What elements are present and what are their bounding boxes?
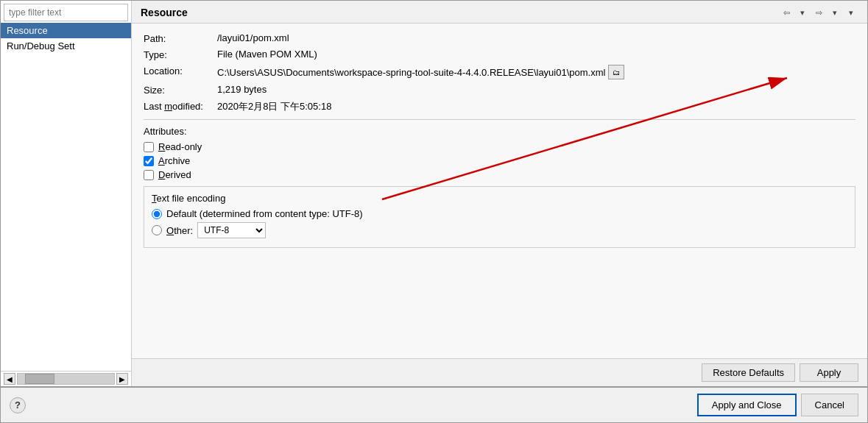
help-button[interactable]: ? [10, 397, 26, 413]
last-modified-value: 2020年2月8日 下午5:05:18 [217, 100, 855, 113]
default-encoding-radio[interactable] [152, 209, 162, 219]
path-label: Path: [144, 32, 217, 44]
sidebar-items: Resource Run/Debug Sett [1, 23, 131, 371]
derived-checkbox[interactable] [144, 170, 154, 180]
readonly-row: Read-only [144, 141, 855, 152]
location-browse-btn[interactable]: 🗂 [608, 65, 624, 79]
main-header: Resource ⇦ ▾ ⇨ ▾ ▾ [132, 1, 867, 24]
main-panel: Resource ⇦ ▾ ⇨ ▾ ▾ Path: /layui01/pom.xm… [132, 1, 867, 386]
sidebar-item-run-debug[interactable]: Run/Debug Sett [1, 38, 131, 54]
bottom-bar: Restore Defaults Apply [132, 358, 867, 386]
type-row: Type: File (Maven POM XML) [144, 49, 855, 60]
attributes-title: Attributes: [144, 126, 855, 137]
nav-menu-btn[interactable]: ▾ [844, 5, 858, 20]
dialog-bottom: ? Apply and Close Cancel [1, 386, 867, 422]
location-label: Location: [144, 65, 217, 77]
size-label: Size: [144, 84, 217, 96]
size-row: Size: 1,219 bytes [144, 84, 855, 96]
path-value: /layui01/pom.xml [217, 32, 855, 43]
type-label: Type: [144, 49, 217, 60]
nav-forward-btn[interactable]: ⇨ [811, 5, 826, 20]
scroll-left-btn[interactable]: ◀ [4, 373, 15, 385]
restore-defaults-button[interactable]: Restore Defaults [702, 363, 795, 382]
cancel-button[interactable]: Cancel [801, 394, 858, 416]
attributes-section: Attributes: Read-only Archive [144, 126, 855, 248]
scroll-thumb [25, 374, 54, 384]
last-modified-label: Last modified: [144, 100, 217, 112]
size-value: 1,219 bytes [217, 84, 855, 95]
location-text: C:\Users\ASUS\Documents\workspace-spring… [217, 67, 605, 78]
nav-back-dropdown-btn[interactable]: ▾ [795, 5, 810, 20]
dialog-bottom-right: Apply and Close Cancel [697, 394, 858, 416]
properties-dialog: Resource Run/Debug Sett ◀ ▶ Resource [0, 0, 868, 423]
type-value: File (Maven POM XML) [217, 49, 855, 60]
sidebar: Resource Run/Debug Sett ◀ ▶ [1, 1, 132, 386]
location-row: Location: C:\Users\ASUS\Documents\worksp… [144, 65, 855, 79]
apply-and-close-button[interactable]: Apply and Close [697, 394, 797, 416]
default-encoding-label[interactable]: Default (determined from content type: U… [166, 208, 363, 219]
readonly-label[interactable]: Read-only [158, 141, 202, 152]
main-content: Resource ⇦ ▾ ⇨ ▾ ▾ Path: /layui01/pom.xm… [132, 1, 867, 386]
default-encoding-row: Default (determined from content type: U… [152, 208, 847, 219]
nav-back-btn[interactable]: ⇦ [779, 5, 794, 20]
properties-area: Path: /layui01/pom.xml Type: File (Maven… [132, 24, 867, 358]
other-encoding-label[interactable]: Other: [166, 225, 193, 236]
page-title: Resource [141, 7, 188, 18]
path-row: Path: /layui01/pom.xml [144, 32, 855, 44]
other-encoding-row: Other: UTF-8 UTF-16 ISO-8859-1 US-ASCII [152, 222, 847, 238]
filter-input[interactable] [4, 4, 128, 21]
last-modified-row: Last modified: 2020年2月8日 下午5:05:18 [144, 100, 855, 113]
archive-label[interactable]: Archive [158, 155, 190, 166]
sidebar-item-resource[interactable]: Resource [1, 23, 131, 38]
derived-label[interactable]: Derived [158, 169, 191, 180]
sidebar-scrollbar: ◀ ▶ [1, 371, 131, 386]
archive-checkbox[interactable] [144, 156, 154, 166]
dialog-bottom-left: ? [10, 397, 26, 413]
readonly-checkbox[interactable] [144, 142, 154, 152]
scroll-track [17, 373, 115, 385]
encoding-section: Text file encoding Default (determined f… [144, 186, 855, 248]
nav-buttons: ⇦ ▾ ⇨ ▾ ▾ [779, 5, 858, 20]
dialog-content: Resource Run/Debug Sett ◀ ▶ Resource [1, 1, 867, 386]
encoding-title: Text file encoding [152, 193, 847, 204]
archive-row: Archive [144, 155, 855, 166]
derived-row: Derived [144, 169, 855, 180]
nav-forward-dropdown-btn[interactable]: ▾ [828, 5, 842, 20]
scroll-right-btn[interactable]: ▶ [116, 373, 128, 385]
location-value: C:\Users\ASUS\Documents\workspace-spring… [217, 65, 855, 79]
encoding-select[interactable]: UTF-8 UTF-16 ISO-8859-1 US-ASCII [197, 222, 266, 238]
other-encoding-radio[interactable] [152, 225, 162, 235]
apply-button[interactable]: Apply [800, 363, 858, 382]
separator-1 [144, 119, 855, 120]
